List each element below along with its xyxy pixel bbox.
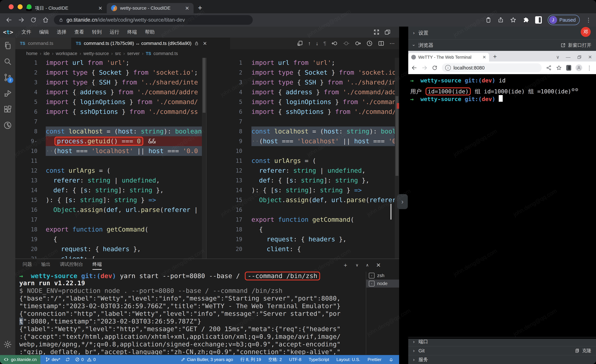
cursor-position[interactable]: 行 8, 列 19 [240, 357, 261, 363]
split-editor-icon[interactable] [378, 40, 385, 47]
tab-debug-console[interactable]: 调试控制台 [60, 261, 83, 267]
code-line[interactable]: 8const localhost = (host: string): boole… [208, 126, 399, 136]
code-line[interactable]: 19 request: { headers }, [208, 234, 399, 244]
sync-button[interactable] [65, 357, 70, 362]
share-icon[interactable] [498, 17, 504, 23]
code-line[interactable]: 18 { [208, 225, 399, 234]
address-bar[interactable]: go.titanide.cn/ide/web/coding/wetty-sour… [54, 15, 253, 25]
reload-icon[interactable] [30, 17, 37, 23]
tab-problems[interactable]: 问题 [23, 261, 32, 267]
terminal-dropdown-icon[interactable]: ∨ [356, 263, 358, 267]
editor-tab-command-ts[interactable]: TS command.ts [15, 37, 71, 49]
new-terminal-icon[interactable]: ＋ [343, 261, 348, 269]
minimize-window-button[interactable] [18, 4, 23, 9]
code-line[interactable]: 2import type { Socket } from 'socket.io'… [15, 68, 206, 77]
language-mode[interactable]: TypeScript [309, 357, 329, 362]
forward-icon[interactable] [422, 65, 428, 71]
timeline-icon[interactable] [0, 117, 15, 133]
code-line[interactable]: 14): { [s: string]: string } => [208, 185, 399, 195]
back-icon[interactable] [411, 65, 417, 71]
code-line[interactable]: 16 Object.assign(def, url.parse(referer … [15, 205, 206, 215]
next-change-icon[interactable] [355, 40, 361, 47]
menu-goto[interactable]: 转到 [88, 29, 106, 35]
reload-icon[interactable] [432, 65, 438, 71]
terminal-output[interactable]: → wetty-source git:(dev) yarn start --po… [19, 272, 365, 355]
code-line[interactable]: 14 def: { [s: string]: string }, [15, 185, 206, 195]
terminal-item-node[interactable]: › node [366, 280, 399, 288]
code-line[interactable]: 11const urlArgs = ( [208, 156, 399, 166]
code-line[interactable]: 7 [15, 117, 206, 126]
close-tab-icon[interactable]: ✕ [185, 5, 189, 11]
profile-button[interactable]: J Paused [548, 15, 580, 25]
code-line[interactable]: 11 [15, 156, 206, 166]
menu-terminal[interactable]: 终端 [123, 29, 141, 35]
bookmark-star-icon[interactable] [556, 65, 562, 71]
keyboard-layout[interactable]: Layout: U.S. [336, 357, 360, 362]
close-tab-icon[interactable]: ✕ [98, 5, 103, 11]
code-line[interactable]: 10 [208, 146, 399, 156]
close-tab-icon[interactable]: ✕ [482, 55, 486, 60]
forward-icon[interactable] [18, 17, 25, 23]
diff-editor[interactable]: 1import url from 'url';2import type { So… [15, 58, 399, 259]
formatter[interactable]: Prettier [367, 357, 381, 362]
new-tab-icon[interactable]: + [493, 53, 497, 60]
scrollbar[interactable] [202, 58, 206, 259]
code-line[interactable]: 3import type { SSH } from '../shared/int… [15, 77, 206, 87]
code-line[interactable]: 12 referer: string | undefined, [208, 166, 399, 175]
code-line[interactable]: 16 [208, 205, 399, 215]
search-icon[interactable] [0, 53, 15, 69]
code-line[interactable]: 15 Object.assign(def, url.parse(referer … [208, 195, 399, 205]
browser-tab-wetty[interactable]: t wetty-source - CloudIDE ✕ [107, 3, 194, 13]
share-icon[interactable] [546, 65, 551, 71]
home-icon[interactable] [42, 17, 49, 23]
code-line[interactable]: 5import { loginOptions } from './command… [208, 97, 399, 107]
browser-menu-icon[interactable]: ⋮ [586, 17, 591, 23]
side-panel-icon[interactable] [566, 65, 571, 71]
browser-tab-project[interactable]: <t> 项目 - CloudIDE ✕ [22, 3, 107, 13]
code-line[interactable]: 6import { sshOptions } from './command/s… [15, 107, 206, 117]
more-actions-icon[interactable]: ⋯ [389, 40, 395, 47]
code-line[interactable]: 17 [15, 215, 206, 225]
extensions-puzzle-icon[interactable] [522, 17, 529, 23]
code-line[interactable]: 8const localhost = (host: string): boole… [15, 126, 206, 136]
code-line[interactable]: 9··(host === 'localhost' || host === '0.… [208, 136, 399, 146]
menu-help[interactable]: 帮助 [141, 29, 158, 35]
previous-change-icon[interactable] [331, 40, 338, 47]
scrollbar-thumb[interactable] [390, 204, 391, 219]
encoding[interactable]: UTF-8 [289, 357, 301, 362]
notifications-bell-icon[interactable] [389, 357, 394, 362]
code-line[interactable]: 12const urlArgs = ( [15, 166, 206, 175]
section-ports[interactable]: › 端口 [408, 337, 596, 346]
section-settings[interactable]: › 设置 [408, 27, 596, 40]
settings-gear-icon[interactable] [0, 336, 15, 352]
code-line[interactable]: 9- process.getuid() === 0 && [15, 136, 206, 146]
close-icon[interactable]: ✕ [588, 54, 592, 60]
user-avatar-badge[interactable]: 邓 [581, 27, 591, 37]
code-line[interactable]: 20 request: { headers }, [15, 244, 206, 254]
menu-view[interactable]: 查看 [70, 29, 88, 35]
prev-file-icon[interactable]: ↑ [308, 40, 311, 47]
back-icon[interactable] [6, 17, 12, 23]
code-line[interactable]: 10··(host === 'localhost' || host === '0… [15, 146, 206, 156]
run-debug-icon[interactable] [0, 85, 15, 101]
code-line[interactable]: 20 client: { [208, 244, 399, 254]
code-line[interactable]: 1import url from 'url'; [15, 58, 206, 68]
breadcrumb-item[interactable]: server [127, 51, 140, 56]
scrollbar[interactable] [395, 58, 399, 259]
code-line[interactable]: 13 referer: string | undefined, [15, 175, 206, 185]
close-tab-icon[interactable]: ✕ [203, 41, 207, 46]
code-line[interactable]: 5import { loginOptions } from './command… [15, 97, 206, 107]
breadcrumb-item[interactable]: src [115, 51, 121, 56]
source-control-icon[interactable]: 2 [0, 69, 15, 85]
code-line[interactable]: 19 { [15, 234, 206, 244]
code-line[interactable]: 1import url from 'url'; [208, 58, 399, 68]
diff-pane-modified[interactable]: 1import url from 'url';2import type { So… [208, 58, 399, 259]
code-line[interactable]: 3import type { SSH } from '../shared/int… [208, 77, 399, 87]
editor-tab-diff[interactable]: TS command.ts (17b75c98) ↔ command.ts (d… [71, 37, 230, 49]
whitespace-icon[interactable]: ¶ [323, 40, 326, 47]
breadcrumb-item[interactable]: wetty-source [83, 51, 109, 56]
blame-annotation[interactable]: Cian Butler, 3 years ago [181, 357, 233, 362]
code-line[interactable]: 17export function getCommand( [208, 215, 399, 225]
branch-indicator[interactable]: dev* [45, 357, 60, 362]
problems-indicator[interactable]: 0 0 [75, 357, 96, 362]
